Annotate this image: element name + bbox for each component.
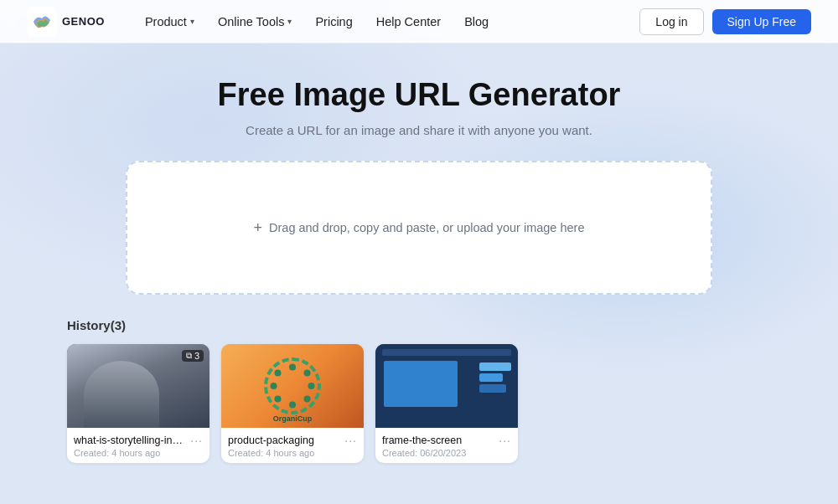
page-subtitle: Create a URL for an image and share it w… xyxy=(246,123,592,137)
online-tools-chevron-icon: ▾ xyxy=(287,17,292,26)
color-chips xyxy=(479,363,511,393)
card-name-2: frame-the-screen xyxy=(382,435,462,446)
card-menu-0[interactable]: ··· xyxy=(190,435,203,446)
nav-blog[interactable]: Blog xyxy=(454,10,499,33)
card-name-1: product-packaging xyxy=(228,435,314,446)
card-info-1: product-packaging ··· Created: 4 hours a… xyxy=(221,428,364,463)
svg-point-2 xyxy=(304,370,311,377)
person-shape xyxy=(84,361,159,428)
card-info-0: what-is-storytelling-in-ux-... ··· Creat… xyxy=(67,428,210,463)
login-button[interactable]: Log in xyxy=(639,8,703,35)
card-info-2: frame-the-screen ··· Created: 06/20/2023 xyxy=(375,428,518,463)
product-chevron-icon: ▾ xyxy=(190,17,194,26)
nav: Product ▾ Online Tools ▾ Pricing Help Ce… xyxy=(135,10,639,33)
history-card-0[interactable]: ⧉ 3 what-is-storytelling-in-ux-... ··· C… xyxy=(67,344,210,463)
chip-2 xyxy=(479,373,503,382)
history-section: History(3) ⧉ 3 what-is-storytelling-in-u… xyxy=(67,318,654,463)
svg-point-4 xyxy=(304,396,311,403)
upload-label: + Drag and drop, copy and paste, or uplo… xyxy=(254,219,585,237)
history-card-1[interactable]: OrganiCup product-packaging ··· Created:… xyxy=(221,344,364,463)
history-card-2[interactable]: frame-the-screen ··· Created: 06/20/2023 xyxy=(375,344,518,463)
nav-online-tools[interactable]: Online Tools ▾ xyxy=(208,10,303,33)
card-thumb-1: OrganiCup xyxy=(221,344,364,428)
svg-point-3 xyxy=(308,383,315,389)
card-thumb-2 xyxy=(375,344,518,428)
nav-help-center[interactable]: Help Center xyxy=(366,10,451,33)
header: GENOO Product ▾ Online Tools ▾ Pricing H… xyxy=(0,0,838,44)
organicup-text: OrganiCup xyxy=(273,414,313,423)
history-grid: ⧉ 3 what-is-storytelling-in-ux-... ··· C… xyxy=(67,344,654,463)
logo-text: GENOO xyxy=(62,15,105,28)
card-badge-0: ⧉ 3 xyxy=(182,350,204,362)
chip-3 xyxy=(479,384,506,393)
card-thumb-0: ⧉ 3 xyxy=(67,344,210,428)
stack-icon: ⧉ xyxy=(186,351,192,361)
card-row-1: product-packaging ··· xyxy=(228,435,357,446)
top-bar xyxy=(382,349,511,356)
card-date-2: Created: 06/20/2023 xyxy=(382,448,511,458)
upload-area[interactable]: + Drag and drop, copy and paste, or uplo… xyxy=(126,161,712,295)
history-title: History(3) xyxy=(67,318,654,332)
card-date-1: Created: 4 hours ago xyxy=(228,448,357,458)
svg-point-1 xyxy=(289,364,296,371)
card-row-2: frame-the-screen ··· xyxy=(382,435,511,446)
svg-point-5 xyxy=(289,402,296,409)
organicup-logo xyxy=(270,363,316,409)
svg-point-6 xyxy=(275,396,282,403)
nav-product[interactable]: Product ▾ xyxy=(135,10,204,33)
svg-point-7 xyxy=(271,383,277,389)
card-name-0: what-is-storytelling-in-ux-... xyxy=(74,435,183,446)
logo-icon xyxy=(27,7,57,37)
card-date-0: Created: 4 hours ago xyxy=(74,448,203,458)
logo[interactable]: GENOO xyxy=(27,7,105,37)
plus-icon: + xyxy=(254,219,263,237)
signup-button[interactable]: Sign Up Free xyxy=(712,9,811,34)
chip-1 xyxy=(479,363,511,371)
card-row-0: what-is-storytelling-in-ux-... ··· xyxy=(74,435,203,446)
card-menu-1[interactable]: ··· xyxy=(344,435,357,446)
page-title: Free Image URL Generator xyxy=(218,77,621,113)
header-actions: Log in Sign Up Free xyxy=(639,8,811,35)
svg-point-8 xyxy=(275,370,282,377)
card-menu-2[interactable]: ··· xyxy=(499,435,511,446)
blue-rect xyxy=(384,361,458,407)
main-content: Free Image URL Generator Create a URL fo… xyxy=(0,44,838,463)
nav-pricing[interactable]: Pricing xyxy=(305,10,362,33)
